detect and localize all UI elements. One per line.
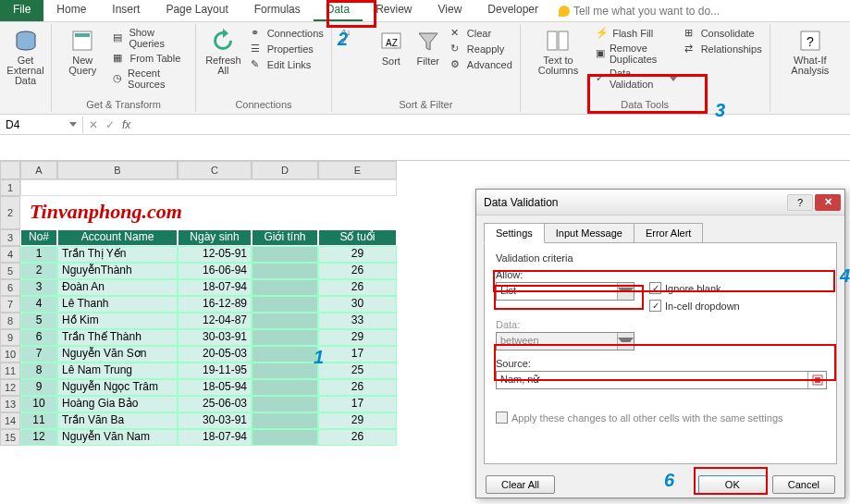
row-header[interactable]: 13 (0, 396, 20, 412)
cell[interactable]: 16-12-89 (178, 296, 252, 313)
cell[interactable]: 17 (318, 346, 397, 363)
ok-button[interactable]: OK (698, 475, 767, 494)
table-header[interactable]: No# (20, 229, 57, 246)
allow-combo[interactable]: List (496, 282, 634, 301)
cell[interactable]: Nguyễn Văn Nam (57, 429, 178, 446)
tell-me-search[interactable]: Tell me what you want to do... (551, 0, 727, 21)
row-header[interactable]: 12 (0, 379, 20, 396)
recent-sources-button[interactable]: ◷Recent Sources (111, 67, 190, 91)
cell[interactable]: 5 (20, 313, 57, 329)
cell[interactable]: 29 (318, 412, 397, 429)
cancel-icon[interactable]: ✕ (89, 118, 98, 131)
reapply-button[interactable]: ↻Reapply (449, 42, 514, 56)
cell[interactable] (252, 313, 318, 329)
filter-button[interactable]: Filter (412, 26, 445, 72)
dialog-titlebar[interactable]: Data Validation ? ✕ (476, 190, 844, 215)
cell[interactable] (252, 412, 318, 429)
cell[interactable]: 4 (20, 296, 57, 313)
cell[interactable]: 18-07-94 (178, 279, 252, 296)
row-header[interactable]: 6 (0, 279, 20, 296)
cell[interactable] (252, 279, 318, 296)
tab-file[interactable]: File (0, 0, 43, 21)
cell[interactable]: 1 (20, 246, 57, 263)
row-header[interactable]: 14 (0, 412, 20, 429)
clear-all-button[interactable]: Clear All (486, 475, 555, 494)
cell[interactable]: 12-05-91 (178, 246, 252, 263)
table-header[interactable]: Giới tính (252, 229, 318, 246)
cell[interactable]: 25 (318, 363, 397, 379)
col-header[interactable]: B (57, 161, 178, 179)
cell[interactable]: 7 (20, 346, 57, 363)
cell[interactable]: 19-11-95 (178, 363, 252, 379)
cell[interactable]: Nguyễn Ngọc Trâm (57, 379, 178, 396)
cell[interactable]: 18-07-94 (178, 429, 252, 446)
cell[interactable]: 26 (318, 379, 397, 396)
source-input[interactable]: Nam, nữ (496, 371, 827, 389)
cell[interactable]: 33 (318, 313, 397, 329)
cell[interactable]: 6 (20, 329, 57, 346)
flash-fill-button[interactable]: ⚡Flash Fill (594, 26, 678, 41)
cell[interactable] (252, 263, 318, 279)
row-header[interactable]: 11 (0, 363, 20, 379)
tab-data[interactable]: Data (314, 0, 363, 21)
cell[interactable]: NguyễnThành (57, 263, 178, 279)
tab-formulas[interactable]: Formulas (241, 0, 314, 21)
tab-settings[interactable]: Settings (484, 223, 545, 243)
cell[interactable] (252, 296, 318, 313)
cell[interactable] (252, 363, 318, 379)
cell[interactable]: Lê Nam Trung (57, 363, 178, 379)
cell[interactable]: 30 (318, 296, 397, 313)
cell[interactable]: 12 (20, 429, 57, 446)
cell[interactable]: 26 (318, 429, 397, 446)
table-header[interactable]: Số tuổi (318, 229, 397, 246)
tab-review[interactable]: Review (363, 0, 425, 21)
cell[interactable]: Hồ Kim (57, 313, 178, 329)
cell[interactable] (252, 429, 318, 446)
consolidate-button[interactable]: ⊞Consolidate (683, 26, 764, 41)
text-to-columns-button[interactable]: Text to Columns (526, 26, 590, 91)
cell[interactable] (252, 396, 318, 412)
cell[interactable]: 17 (318, 396, 397, 412)
cell[interactable]: Trần Thế Thành (57, 329, 178, 346)
cell[interactable]: 26 (318, 263, 397, 279)
whatif-button[interactable]: ? What-If Analysis (776, 26, 844, 78)
tab-input-message[interactable]: Input Message (544, 223, 634, 243)
row-header[interactable]: 1 (0, 179, 20, 196)
tab-home[interactable]: Home (43, 0, 99, 21)
row-header[interactable]: 5 (0, 263, 20, 279)
clear-button[interactable]: ✕Clear (449, 26, 514, 41)
cell[interactable]: 29 (318, 246, 397, 263)
cell[interactable]: 26 (318, 279, 397, 296)
relationships-button[interactable]: ⇄Relationships (683, 42, 764, 56)
advanced-button[interactable]: ⚙Advanced (449, 57, 514, 72)
new-query-button[interactable]: New Query (57, 26, 107, 91)
sort-button[interactable]: AZ Sort (375, 26, 408, 72)
cell[interactable] (252, 346, 318, 363)
col-header[interactable]: C (178, 161, 252, 179)
get-external-data-button[interactable]: Get External Data (6, 26, 45, 88)
cell[interactable]: 20-05-03 (178, 346, 252, 363)
table-header[interactable]: Ngày sinh (178, 229, 252, 246)
cell[interactable]: Hoàng Gia Bảo (57, 396, 178, 412)
cell[interactable] (252, 329, 318, 346)
cell[interactable]: 2 (20, 263, 57, 279)
col-header[interactable]: D (252, 161, 318, 179)
cell[interactable]: 12-04-87 (178, 313, 252, 329)
cell[interactable] (252, 246, 318, 263)
connections-button[interactable]: ⚭Connections (249, 26, 326, 41)
data-validation-button[interactable]: ✓Data Validation (594, 67, 678, 91)
tab-error-alert[interactable]: Error Alert (634, 223, 704, 243)
cell[interactable]: Trần Văn Ba (57, 412, 178, 429)
table-header[interactable]: Account Name (57, 229, 178, 246)
cell[interactable]: 16-06-94 (178, 263, 252, 279)
edit-links-button[interactable]: ✎Edit Links (249, 57, 326, 72)
remove-duplicates-button[interactable]: ▣Remove Duplicates (594, 42, 678, 66)
tab-developer[interactable]: Developer (474, 0, 551, 21)
cell[interactable]: 8 (20, 363, 57, 379)
refresh-all-button[interactable]: Refresh All (202, 26, 245, 78)
cell[interactable]: 30-03-91 (178, 412, 252, 429)
cell[interactable]: 25-06-03 (178, 396, 252, 412)
row-header[interactable]: 7 (0, 296, 20, 313)
cell[interactable] (252, 379, 318, 396)
cell[interactable]: 3 (20, 279, 57, 296)
